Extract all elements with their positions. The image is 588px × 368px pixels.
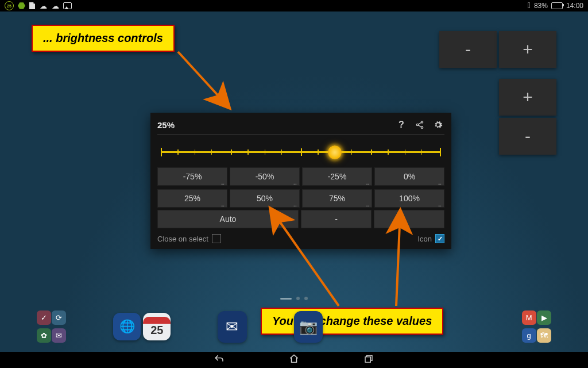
help-icon[interactable]: ? xyxy=(395,118,408,131)
nav-back[interactable] xyxy=(211,354,228,367)
dock: ✓ ⟳ ✿ ✉ 🌐 25 ✉ 📷 M ▶ g 🗺 xyxy=(0,301,588,352)
camera-icon[interactable]: 📷 xyxy=(294,311,323,343)
home-pager[interactable] xyxy=(280,297,308,300)
document-icon xyxy=(29,2,35,9)
status-bar: 25 ☁ ☁ 􀙇 83% 14:00 xyxy=(0,0,588,12)
nav-home[interactable] xyxy=(285,354,303,367)
preset-0[interactable]: 0%... xyxy=(374,167,444,186)
preset-auto[interactable]: Auto xyxy=(157,210,299,228)
callout-top: ... brightness controls xyxy=(32,25,175,52)
cloud-up-icon: ☁ xyxy=(39,2,47,10)
panel-footer: Close on select Icon xyxy=(157,234,444,243)
svg-line-4 xyxy=(418,125,421,127)
gear-icon[interactable] xyxy=(432,118,444,131)
hex-icon xyxy=(18,2,25,10)
brightness-panel: 25% ? xyxy=(150,113,451,249)
status-right: 􀙇 83% 14:00 xyxy=(528,1,583,10)
close-on-select-checkbox[interactable] xyxy=(212,234,221,243)
widget-plus-2[interactable]: + xyxy=(499,79,556,116)
widget-minus-1[interactable]: - xyxy=(439,31,497,68)
svg-line-3 xyxy=(418,122,421,124)
panel-header: 25% ? xyxy=(157,118,444,131)
dock-folder-1[interactable]: ✓ ⟳ ✿ ✉ xyxy=(37,310,66,343)
calendar-icon[interactable]: 25 xyxy=(143,313,171,340)
cloud-down-icon: ☁ xyxy=(51,2,59,10)
preset--75[interactable]: -75%... xyxy=(157,167,227,186)
icon-label: Icon xyxy=(417,235,432,243)
preset-row-2: 25%... 50%... 75%... 100%... xyxy=(157,189,444,208)
preset-50[interactable]: 50%... xyxy=(230,189,300,208)
preset-blank[interactable] xyxy=(374,210,444,228)
brightness-current: 25% xyxy=(157,120,175,130)
svg-rect-8 xyxy=(365,356,370,362)
icon-checkbox[interactable] xyxy=(435,234,444,243)
picture-icon xyxy=(63,2,72,9)
share-icon[interactable] xyxy=(413,118,426,131)
preset--50[interactable]: -50%... xyxy=(230,167,300,186)
widget-minus-2[interactable]: - xyxy=(499,118,556,155)
close-on-select-label: Close on select xyxy=(157,235,208,243)
widget-plus-1[interactable]: + xyxy=(499,31,556,68)
slider-thumb[interactable] xyxy=(328,145,342,159)
mail-icon[interactable]: ✉ xyxy=(218,311,246,343)
battery-icon xyxy=(551,2,563,9)
preset-100[interactable]: 100%... xyxy=(374,189,444,208)
preset-row-3: Auto - xyxy=(157,210,444,228)
preset-dash[interactable]: - xyxy=(301,210,372,228)
clock: 14:00 xyxy=(566,2,583,10)
nav-bar xyxy=(0,352,588,368)
preset-75[interactable]: 75%... xyxy=(302,189,372,208)
preset-25[interactable]: 25%... xyxy=(157,189,227,208)
preset--25[interactable]: -25%... xyxy=(302,167,372,186)
dock-folder-2[interactable]: M ▶ g 🗺 xyxy=(522,310,551,343)
wifi-icon: 􀙇 xyxy=(528,1,531,10)
globe-icon[interactable]: 🌐 xyxy=(113,313,141,340)
badge-25-icon: 25 xyxy=(5,1,14,10)
battery-pct: 83% xyxy=(534,2,548,10)
brightness-slider[interactable] xyxy=(161,143,441,162)
status-left-icons: 25 ☁ ☁ xyxy=(5,1,72,10)
preset-row-1: -75%... -50%... -25%... 0%... xyxy=(157,167,444,186)
nav-recent[interactable] xyxy=(360,354,377,366)
dock-calendar-group[interactable]: 🌐 25 xyxy=(113,313,171,340)
